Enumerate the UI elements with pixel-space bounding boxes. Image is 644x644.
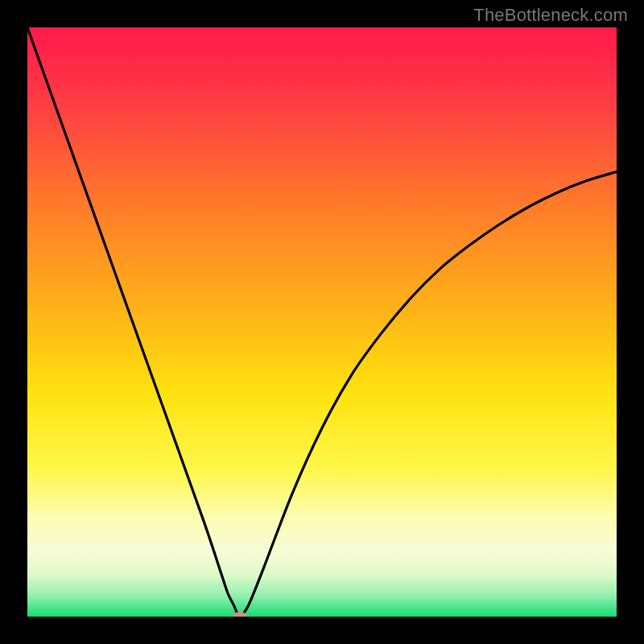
curve-layer xyxy=(27,27,617,617)
min-point-marker xyxy=(233,612,247,617)
chart-frame: TheBottleneck.com xyxy=(0,0,644,644)
watermark-text: TheBottleneck.com xyxy=(473,5,628,26)
bottleneck-curve xyxy=(27,27,617,617)
plot-area xyxy=(27,27,617,617)
